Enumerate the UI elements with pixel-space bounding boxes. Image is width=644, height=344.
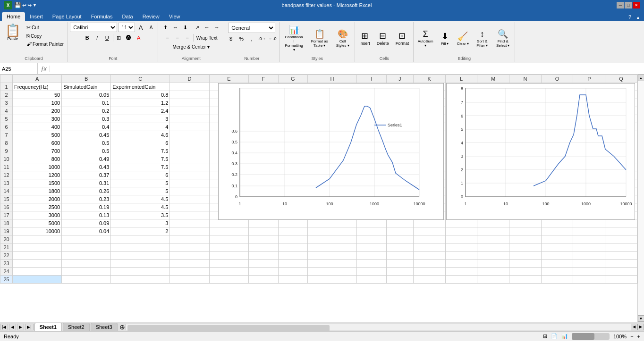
cell-Q24[interactable] — [605, 268, 637, 276]
col-header-E[interactable]: E — [209, 75, 248, 83]
merge-center-btn[interactable]: Merge & Center ▾ — [170, 43, 211, 50]
align-middle-btn[interactable]: ↔ — [170, 23, 180, 32]
scroll-down-btn[interactable]: ▼ — [638, 315, 644, 322]
minimize-btn[interactable]: ─ — [617, 2, 624, 8]
row-number[interactable]: 19 — [0, 227, 13, 235]
col-header-D[interactable]: D — [170, 75, 209, 83]
cell-G18[interactable] — [278, 219, 308, 227]
sheet-nav-last[interactable]: ▶| — [25, 324, 33, 330]
cell-D3[interactable] — [170, 99, 209, 107]
cell-C22[interactable] — [111, 252, 170, 260]
cell-F22[interactable] — [249, 252, 279, 260]
cell-A1[interactable]: Frequency(Hz) — [13, 83, 62, 91]
cell-A5[interactable]: 300 — [13, 115, 62, 123]
sheet-nav-first[interactable]: |◀ — [0, 324, 8, 330]
cell-N24[interactable] — [509, 268, 542, 276]
cell-E19[interactable] — [209, 227, 248, 235]
col-header-C[interactable]: C — [111, 75, 170, 83]
cell-D5[interactable] — [170, 115, 209, 123]
cell-H18[interactable] — [308, 219, 357, 227]
cell-B24[interactable] — [62, 268, 111, 276]
cell-C15[interactable]: 4.5 — [111, 195, 170, 203]
cell-E22[interactable] — [209, 252, 248, 260]
cell-N20[interactable] — [509, 235, 542, 243]
cell-D7[interactable] — [170, 131, 209, 139]
cell-D2[interactable] — [170, 91, 209, 99]
cell-A10[interactable]: 800 — [13, 155, 62, 163]
cell-Q22[interactable] — [605, 252, 637, 260]
row-number[interactable]: 5 — [0, 115, 13, 123]
cell-C24[interactable] — [111, 268, 170, 276]
cell-P25[interactable] — [573, 276, 605, 284]
cell-F20[interactable] — [249, 235, 279, 243]
cell-D25[interactable] — [170, 276, 209, 284]
cell-M19[interactable] — [477, 227, 509, 235]
page-break-view-btn[interactable]: 📊 — [561, 333, 568, 339]
cell-A12[interactable]: 1200 — [13, 171, 62, 179]
cell-E23[interactable] — [209, 260, 248, 268]
cell-C13[interactable]: 5 — [111, 179, 170, 187]
cell-I22[interactable] — [357, 252, 387, 260]
cell-C1[interactable]: ExperimentedGain — [111, 83, 170, 91]
cell-L22[interactable] — [445, 252, 477, 260]
cell-I18[interactable] — [357, 219, 387, 227]
cell-O25[interactable] — [541, 276, 573, 284]
help-btn[interactable]: ? — [626, 13, 634, 21]
comma-btn[interactable]: , — [247, 34, 256, 43]
qa-dropdown[interactable]: ▼ — [33, 2, 37, 8]
font-size-select[interactable]: 11 — [118, 23, 135, 32]
cell-A15[interactable]: 2000 — [13, 195, 62, 203]
cell-E18[interactable] — [209, 219, 248, 227]
row-number[interactable]: 4 — [0, 107, 13, 115]
cell-I24[interactable] — [357, 268, 387, 276]
cell-Q23[interactable] — [605, 260, 637, 268]
align-top-btn[interactable]: ⬆ — [161, 23, 170, 32]
col-header-J[interactable]: J — [386, 75, 413, 83]
cell-K18[interactable] — [413, 219, 445, 227]
increase-decimal-btn[interactable]: .0→ — [257, 34, 267, 43]
cell-M18[interactable] — [477, 219, 509, 227]
cell-A9[interactable]: 700 — [13, 147, 62, 155]
align-right-btn[interactable]: ≡ — [183, 33, 192, 42]
copy-button[interactable]: ⎘ Copy — [25, 32, 66, 40]
col-header-L[interactable]: L — [445, 75, 477, 83]
cell-P24[interactable] — [573, 268, 605, 276]
row-number[interactable]: 24 — [0, 268, 13, 276]
tab-data[interactable]: Data — [117, 12, 137, 21]
cell-H24[interactable] — [308, 268, 357, 276]
currency-btn[interactable]: $ — [226, 34, 236, 43]
cell-P20[interactable] — [573, 235, 605, 243]
cell-I23[interactable] — [357, 260, 387, 268]
cell-P22[interactable] — [573, 252, 605, 260]
indent-decrease-btn[interactable]: ← — [202, 23, 212, 32]
row-number[interactable]: 16 — [0, 203, 13, 211]
cell-Q25[interactable] — [605, 276, 637, 284]
scroll-right-btn[interactable]: ▶ — [637, 324, 644, 330]
cell-B5[interactable]: 0.3 — [62, 115, 111, 123]
cell-O20[interactable] — [541, 235, 573, 243]
cell-B7[interactable]: 0.45 — [62, 131, 111, 139]
col-header-F[interactable]: F — [249, 75, 279, 83]
cell-H19[interactable] — [308, 227, 357, 235]
cell-D10[interactable] — [170, 155, 209, 163]
ribbon-minimize[interactable]: ▲ — [634, 14, 642, 21]
cell-B22[interactable] — [62, 252, 111, 260]
cell-L20[interactable] — [445, 235, 477, 243]
cell-Q18[interactable] — [605, 219, 637, 227]
sheet-tab-3[interactable]: Sheet3 — [91, 323, 118, 331]
cell-A8[interactable]: 600 — [13, 139, 62, 147]
cell-L24[interactable] — [445, 268, 477, 276]
cell-reference-box[interactable]: A25 — [0, 63, 38, 74]
col-header-P[interactable]: P — [573, 75, 605, 83]
cell-C2[interactable]: 0.8 — [111, 91, 170, 99]
cell-K22[interactable] — [413, 252, 445, 260]
cell-L21[interactable] — [445, 243, 477, 252]
format-as-table-btn[interactable]: 📋 Format as Table ▾ — [308, 27, 331, 49]
chart1[interactable]: 0 0.1 0.2 0.3 0.4 0.5 0.6 — [218, 83, 444, 220]
cell-D22[interactable] — [170, 252, 209, 260]
scroll-up-btn[interactable]: ▲ — [638, 75, 644, 81]
row-number[interactable]: 6 — [0, 123, 13, 131]
autosum-btn[interactable]: Σ AutoSum ▾ — [415, 28, 435, 49]
bold-btn[interactable]: B — [83, 33, 92, 42]
increase-font-btn[interactable]: A — [136, 23, 145, 32]
